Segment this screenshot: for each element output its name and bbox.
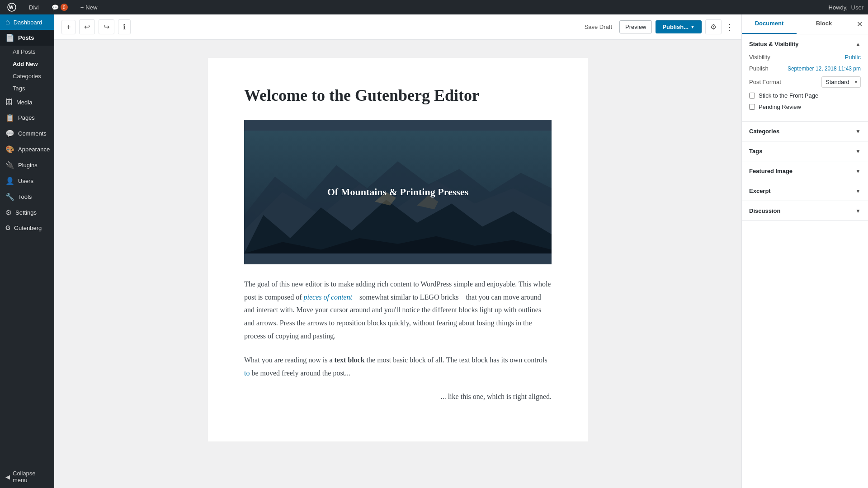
tab-document[interactable]: Document: [742, 14, 797, 34]
dashboard-icon: ⌂: [5, 18, 10, 26]
section-excerpt-header[interactable]: Excerpt ▼: [742, 181, 868, 201]
post-editor: Welcome to the Gutenberg Editor: [208, 58, 588, 441]
section-featured-image: Featured Image ▼: [742, 161, 868, 181]
main-layout: ⌂ Dashboard 📄 Posts All Posts Add New Ca…: [0, 14, 868, 488]
publish-value[interactable]: September 12, 2018 11:43 pm: [788, 66, 861, 72]
chevron-down-categories-icon: ▼: [855, 128, 861, 135]
post-body-paragraph-1: The goal of this new editor is to make a…: [244, 278, 552, 343]
plugins-icon: 🔌: [5, 161, 14, 169]
add-block-button[interactable]: +: [61, 20, 75, 34]
visibility-value[interactable]: Public: [845, 54, 861, 61]
chevron-up-icon: ▲: [855, 41, 861, 47]
sidebar-item-gutenberg[interactable]: G Gutenberg: [0, 221, 54, 235]
settings-icon: ⚙: [5, 208, 12, 217]
pending-review-checkbox[interactable]: [749, 104, 755, 110]
panel-tabs: Document Block ✕: [742, 14, 868, 34]
section-status-visibility-header[interactable]: Status & Visibility ▲: [742, 34, 868, 54]
section-discussion: Discussion ▼: [742, 201, 868, 221]
adminbar-site-name[interactable]: Divi: [26, 0, 42, 14]
visibility-row: Visibility Public: [749, 54, 861, 61]
comments-count: 0: [61, 4, 68, 11]
settings-toggle-button[interactable]: ⚙: [705, 19, 722, 34]
section-tags-header[interactable]: Tags ▼: [742, 141, 868, 161]
info-icon: ℹ: [123, 23, 126, 31]
panel-body: Status & Visibility ▲ Visibility Public …: [742, 34, 868, 488]
stick-front-checkbox[interactable]: [749, 93, 755, 99]
comments-icon: 💬: [5, 129, 14, 138]
sidebar-item-media[interactable]: 🖼 Media: [0, 94, 54, 110]
post-format-select[interactable]: Standard Aside Image Video Quote Link Ga…: [821, 76, 861, 88]
panel-close-button[interactable]: ✕: [851, 14, 868, 34]
save-draft-button[interactable]: Save Draft: [581, 21, 616, 33]
editor-area: + ↩ ↪ ℹ Save Draft Preview Publish...: [54, 14, 741, 488]
right-panel: Document Block ✕ Status & Visibility ▲ V…: [741, 14, 868, 488]
post-title[interactable]: Welcome to the Gutenberg Editor: [244, 85, 552, 106]
post-format-select-wrapper: Standard Aside Image Video Quote Link Ga…: [821, 76, 861, 88]
sidebar-item-dashboard[interactable]: ⌂ Dashboard: [0, 14, 54, 30]
post-body-paragraph-2: What you are reading now is a text block…: [244, 354, 552, 380]
section-discussion-header[interactable]: Discussion ▼: [742, 201, 868, 221]
chevron-down-tags-icon: ▼: [855, 148, 861, 155]
adminbar-wp-logo[interactable]: W: [5, 0, 19, 14]
appearance-icon: 🎨: [5, 145, 14, 154]
chevron-down-discussion-icon: ▼: [855, 208, 861, 214]
stick-to-front-row: Stick to the Front Page: [749, 92, 861, 99]
info-button[interactable]: ℹ: [118, 19, 131, 34]
section-categories-header[interactable]: Categories ▼: [742, 122, 868, 141]
users-icon: 👤: [5, 177, 14, 185]
tab-block[interactable]: Block: [797, 14, 851, 34]
post-image-block[interactable]: Of Mountains & Printing Presses: [244, 120, 552, 264]
publish-button[interactable]: Publish... ▼: [656, 20, 702, 33]
pending-review-label: Pending Review: [759, 103, 801, 110]
image-caption: Of Mountains & Printing Presses: [327, 186, 468, 198]
close-icon: ✕: [857, 20, 863, 28]
editor-toolbar: + ↩ ↪ ℹ Save Draft Preview Publish...: [54, 14, 741, 40]
sidebar-item-add-new[interactable]: Add New: [0, 58, 54, 70]
post-body-paragraph-3: ... like this one, which is right aligne…: [244, 390, 552, 404]
collapse-menu-button[interactable]: ◀ Collapse menu: [0, 465, 54, 488]
undo-icon: ↩: [84, 23, 90, 31]
section-tags: Tags ▼: [742, 141, 868, 161]
sidebar-item-users[interactable]: 👤 Users: [0, 173, 54, 189]
sidebar-item-all-posts[interactable]: All Posts: [0, 46, 54, 58]
post-format-row: Post Format Standard Aside Image Video Q…: [749, 76, 861, 88]
section-status-visibility-body: Visibility Public Publish September 12, …: [742, 54, 868, 121]
sidebar: ⌂ Dashboard 📄 Posts All Posts Add New Ca…: [0, 14, 54, 488]
sidebar-item-pages[interactable]: 📋 Pages: [0, 110, 54, 126]
media-icon: 🖼: [5, 98, 13, 106]
chevron-down-excerpt-icon: ▼: [855, 188, 861, 194]
gear-icon: ⚙: [710, 23, 717, 31]
adminbar-comments[interactable]: 💬 0: [49, 0, 71, 14]
section-excerpt: Excerpt ▼: [742, 181, 868, 201]
preview-button[interactable]: Preview: [619, 20, 652, 33]
posts-icon: 📄: [5, 33, 14, 42]
comment-icon: 💬: [52, 4, 59, 11]
more-options-button[interactable]: ⋮: [725, 22, 734, 33]
redo-button[interactable]: ↪: [99, 19, 114, 34]
svg-text:W: W: [9, 5, 14, 10]
editor-content[interactable]: Welcome to the Gutenberg Editor: [54, 40, 741, 488]
publish-chevron-icon: ▼: [690, 24, 695, 29]
section-status-visibility: Status & Visibility ▲ Visibility Public …: [742, 34, 868, 122]
toolbar-right: Save Draft Preview Publish... ▼ ⚙ ⋮: [581, 19, 734, 34]
section-categories: Categories ▼: [742, 122, 868, 141]
section-featured-image-header[interactable]: Featured Image ▼: [742, 161, 868, 181]
adminbar-new[interactable]: + New: [78, 0, 100, 14]
sidebar-item-tools[interactable]: 🔧 Tools: [0, 189, 54, 205]
publish-row: Publish September 12, 2018 11:43 pm: [749, 65, 861, 72]
sidebar-item-posts[interactable]: 📄 Posts: [0, 30, 54, 46]
sidebar-item-appearance[interactable]: 🎨 Appearance: [0, 141, 54, 157]
sidebar-item-categories[interactable]: Categories: [0, 70, 54, 82]
adminbar-howdy: Howdy, User: [829, 4, 863, 11]
sidebar-item-settings[interactable]: ⚙ Settings: [0, 205, 54, 221]
pending-review-row: Pending Review: [749, 103, 861, 110]
sidebar-item-plugins[interactable]: 🔌 Plugins: [0, 157, 54, 173]
redo-icon: ↪: [104, 23, 109, 31]
sidebar-item-comments[interactable]: 💬 Comments: [0, 126, 54, 141]
gutenberg-icon: G: [5, 224, 10, 231]
undo-button[interactable]: ↩: [79, 19, 95, 34]
add-icon: +: [66, 23, 71, 31]
tools-icon: 🔧: [5, 192, 14, 201]
sidebar-item-tags[interactable]: Tags: [0, 82, 54, 94]
collapse-icon: ◀: [5, 474, 10, 480]
